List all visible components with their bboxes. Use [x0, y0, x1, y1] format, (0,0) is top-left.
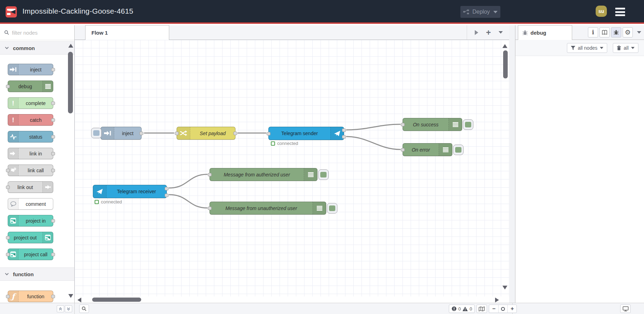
- wire[interactable]: [169, 174, 207, 188]
- palette-node-project-call[interactable]: project call: [8, 249, 53, 260]
- debug-message-list[interactable]: [515, 56, 644, 303]
- output-port[interactable]: [51, 102, 55, 105]
- flow-node-set-payload[interactable]: Set payload: [177, 127, 235, 140]
- add-flow-button[interactable]: +: [486, 29, 491, 36]
- input-port[interactable]: [6, 295, 10, 298]
- flow-node-inject[interactable]: inject: [101, 127, 142, 140]
- input-port[interactable]: [401, 123, 405, 126]
- input-port[interactable]: [6, 236, 10, 239]
- input-port[interactable]: [401, 148, 405, 152]
- palette-node-link-out[interactable]: link out: [8, 181, 53, 193]
- output-port-1[interactable]: [165, 187, 169, 190]
- flow-node-on-success[interactable]: On success: [403, 118, 462, 131]
- palette-node-catch[interactable]: ! catch: [8, 114, 53, 126]
- info-tab-button[interactable]: i: [588, 27, 598, 37]
- output-port-1[interactable]: [342, 128, 346, 132]
- input-port[interactable]: [175, 132, 179, 135]
- palette-scroll-down-icon[interactable]: [68, 294, 73, 298]
- debug-tab-button[interactable]: [611, 27, 621, 37]
- flow-list-caret-icon[interactable]: [499, 31, 503, 34]
- main-menu-button[interactable]: [615, 8, 625, 16]
- scroll-left-icon[interactable]: [77, 298, 81, 302]
- palette-category-function[interactable]: function: [0, 267, 74, 281]
- output-port[interactable]: [233, 132, 237, 135]
- tab-flow-1[interactable]: Flow 1: [85, 25, 169, 40]
- sidebar-resize-handle[interactable]: [509, 25, 515, 303]
- sidebar-tabs-caret-icon[interactable]: [637, 31, 641, 34]
- input-port[interactable]: [6, 85, 10, 88]
- canvas-scroll-down-icon[interactable]: [502, 286, 507, 289]
- debug-clear-button[interactable]: all: [613, 43, 638, 53]
- zoom-reset-button[interactable]: [498, 305, 507, 313]
- palette-expand-button[interactable]: [65, 305, 72, 312]
- palette-scroll-up-icon[interactable]: [68, 44, 73, 48]
- flow-node-on-error[interactable]: On error: [403, 143, 452, 156]
- config-tab-button[interactable]: ⚙: [623, 27, 633, 37]
- palette-node-inject[interactable]: inject: [8, 64, 53, 75]
- zoom-in-button[interactable]: +: [507, 305, 516, 313]
- palette-node-debug[interactable]: debug: [8, 81, 53, 92]
- palette-collapse-button[interactable]: [57, 305, 64, 312]
- next-tab-icon[interactable]: [475, 30, 478, 35]
- tab-actions: +: [467, 25, 509, 40]
- debug-toggle-button[interactable]: [318, 169, 329, 180]
- canvas-search-button[interactable]: [79, 305, 89, 313]
- output-port[interactable]: [51, 152, 55, 155]
- output-port-2[interactable]: [342, 135, 346, 139]
- output-port[interactable]: [51, 219, 55, 223]
- tab-debug[interactable]: debug: [518, 25, 572, 40]
- palette-search[interactable]: [0, 25, 74, 40]
- wire[interactable]: [347, 137, 400, 149]
- palette-node-link-call[interactable]: link call: [8, 165, 53, 176]
- canvas-horizontal-scrollbar[interactable]: [92, 298, 141, 302]
- output-port[interactable]: [51, 68, 55, 71]
- flow-node-msg-authorized[interactable]: Message from autherized user: [210, 168, 317, 181]
- palette-category-common[interactable]: common: [0, 41, 74, 55]
- debug-filter-button[interactable]: all nodes: [567, 43, 607, 53]
- palette-node-complete[interactable]: ! complete: [8, 97, 53, 109]
- inject-run-button[interactable]: [91, 128, 102, 138]
- input-port[interactable]: [208, 173, 212, 176]
- canvas-scroll-up-icon[interactable]: [502, 44, 507, 48]
- input-port[interactable]: [6, 186, 10, 189]
- navigator-button[interactable]: [477, 305, 487, 313]
- palette-scrollbar[interactable]: [68, 52, 73, 113]
- output-port[interactable]: [51, 295, 55, 298]
- palette-node-project-out[interactable]: project out: [8, 232, 53, 243]
- palette-node-comment[interactable]: comment: [8, 198, 53, 210]
- palette-filter-input[interactable]: [12, 30, 61, 36]
- palette-node-project-in[interactable]: project in: [8, 215, 53, 226]
- output-port[interactable]: [51, 118, 55, 122]
- palette-node-label: catch: [19, 114, 53, 125]
- canvas-vertical-scrollbar[interactable]: [503, 50, 508, 78]
- scroll-right-icon[interactable]: [495, 298, 499, 302]
- deploy-button[interactable]: Deploy: [460, 6, 500, 18]
- flow-canvas[interactable]: inject Set payload Telegram sender: [75, 40, 509, 296]
- input-port[interactable]: [208, 207, 212, 210]
- palette-node-status[interactable]: status: [8, 131, 53, 142]
- zoom-out-button[interactable]: −: [489, 305, 498, 313]
- wire[interactable]: [347, 124, 400, 130]
- deploy-caret-icon[interactable]: [493, 11, 498, 13]
- palette-node-link-in[interactable]: link in: [8, 148, 53, 159]
- wire[interactable]: [169, 195, 207, 208]
- flow-node-telegram-receiver[interactable]: Telegram receiver: [93, 185, 167, 198]
- output-port[interactable]: [139, 132, 143, 135]
- debug-popout-button[interactable]: [620, 305, 631, 313]
- flow-node-msg-unauthorized[interactable]: Message from unautherized user: [210, 202, 326, 215]
- error-warning-counts[interactable]: 0 0: [449, 305, 475, 313]
- debug-toggle-button[interactable]: [463, 119, 473, 130]
- help-tab-button[interactable]: [600, 27, 610, 37]
- input-port[interactable]: [267, 132, 270, 135]
- flow-node-telegram-sender[interactable]: Telegram sender: [268, 127, 344, 140]
- palette-node-function[interactable]: ƒ function: [8, 291, 53, 302]
- input-port[interactable]: [6, 253, 10, 256]
- output-port[interactable]: [51, 169, 55, 172]
- output-port[interactable]: [51, 253, 55, 256]
- user-avatar[interactable]: su: [596, 6, 607, 17]
- debug-toggle-button[interactable]: [327, 203, 337, 214]
- output-port[interactable]: [51, 135, 55, 139]
- output-port-2[interactable]: [165, 194, 169, 197]
- debug-toggle-button[interactable]: [453, 145, 464, 155]
- input-port[interactable]: [6, 169, 10, 172]
